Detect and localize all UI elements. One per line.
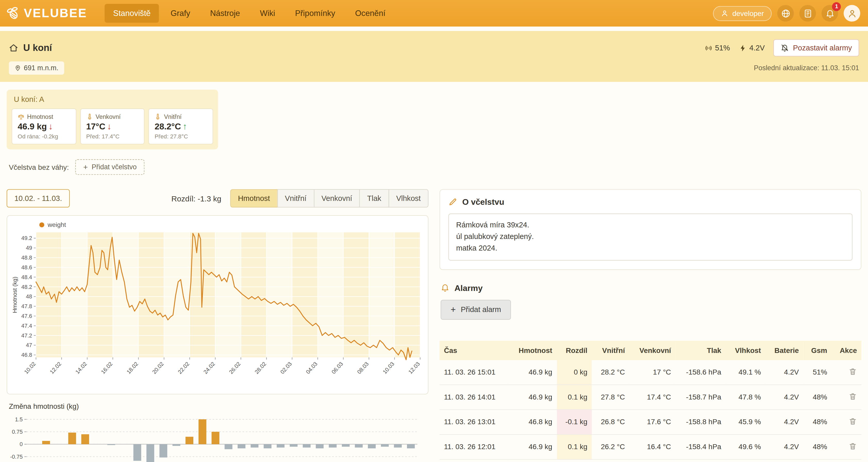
svg-text:48.6: 48.6 <box>21 264 32 271</box>
stat-value: 46.9 kg <box>18 122 47 132</box>
svg-text:02.03: 02.03 <box>279 361 293 375</box>
cell-cas: 11. 03. 26 13:01 <box>439 409 508 434</box>
tab-venkovni[interactable]: Venkovní <box>314 189 360 207</box>
no-scale-row: Včelstva bez váhy: + Přidat včelstvo <box>9 159 861 175</box>
delete-row-button[interactable] <box>849 417 857 427</box>
nav-item-nastroje[interactable]: Nástroje <box>202 4 248 23</box>
navbar-right: developer <box>713 5 860 22</box>
page-title: U koní <box>23 42 52 54</box>
cell-hmotnost: 46.9 kg <box>508 360 557 385</box>
plus-icon: + <box>451 305 456 314</box>
date-range-button[interactable]: 10.02. - 11.03. <box>7 189 70 207</box>
cell-gsm: 48% <box>803 409 832 434</box>
nav-item-wiki[interactable]: Wiki <box>252 4 283 23</box>
pause-alarms-button[interactable]: Pozastavit alarmy <box>774 39 859 57</box>
cell-akce <box>832 409 862 434</box>
add-hive-button[interactable]: + Přidat včelstvo <box>75 159 145 175</box>
about-title-row: O včelstvu <box>448 197 852 206</box>
nav-item-pripominky[interactable]: Připomínky <box>287 4 343 23</box>
bell-off-icon <box>781 44 789 52</box>
hive-stats: Hmotnost46.9 kg↓Od rána: -0.2kgVenkovní1… <box>11 108 213 144</box>
about-card: O včelstvu Rámková míra 39x24.úl palubko… <box>439 189 861 270</box>
stat-label: Venkovní <box>95 113 121 120</box>
svg-text:47.6: 47.6 <box>21 313 32 319</box>
svg-text:Hmotnost (kg): Hmotnost (kg) <box>11 276 18 313</box>
tab-hmotnost[interactable]: Hmotnost <box>230 189 278 207</box>
trend-down-arrow-icon: ↓ <box>107 122 112 131</box>
developer-badge[interactable]: developer <box>713 6 772 21</box>
nav-item-oceneni[interactable]: Ocenění <box>347 4 394 23</box>
delete-row-button[interactable] <box>849 442 857 452</box>
trash-icon <box>849 392 857 400</box>
svg-text:06.03: 06.03 <box>331 361 344 375</box>
hive-card: U koní: A Hmotnost46.9 kg↓Od rána: -0.2k… <box>7 90 218 149</box>
info-column: O včelstvu Rámková míra 39x24.úl palubko… <box>439 189 861 459</box>
cell-hmotnost: 46.8 kg <box>508 409 557 434</box>
alarm-bell-icon <box>441 284 450 292</box>
alarms-title-row: Alarmy <box>441 283 861 293</box>
stat-value-row: 46.9 kg↓ <box>18 122 70 132</box>
add-hive-label: Přidat včelstvo <box>92 163 137 171</box>
add-alarm-button[interactable]: + Přidat alarm <box>441 300 511 320</box>
svg-text:08.03: 08.03 <box>356 361 370 375</box>
nav-item-grafy[interactable]: Grafy <box>162 4 198 23</box>
weight-chart-card: weight 46.84747.247.447.647.84848.248.44… <box>7 215 429 395</box>
altitude-chip: 691 m.n.m. <box>9 62 64 75</box>
col-header-baterie: Baterie <box>765 340 803 360</box>
col-header-cas: Čas <box>439 340 508 360</box>
no-scale-label: Včelstva bez váhy: <box>9 163 69 171</box>
stat-card-hmotnost[interactable]: Hmotnost46.9 kg↓Od rána: -0.2kg <box>11 108 76 144</box>
tab-vlhkost[interactable]: Vlhkost <box>389 189 428 207</box>
cell-rozdil: 0.1 kg <box>557 434 592 459</box>
cell-baterie: 4.2V <box>765 385 803 409</box>
cell-tlak: -158.8 hPa <box>676 409 726 434</box>
svg-text:49.2: 49.2 <box>21 235 32 241</box>
voltage-metric: 4.2V <box>739 44 765 52</box>
hive-title: U koní: A <box>14 95 213 103</box>
col-header-vlhkost: Vlhkost <box>726 340 765 360</box>
svg-text:24.02: 24.02 <box>202 361 216 375</box>
about-line: Rámková míra 39x24. <box>456 220 845 231</box>
cell-vlhkost: 45.9 % <box>726 409 765 434</box>
cell-gsm: 51% <box>803 360 832 385</box>
svg-text:14.02: 14.02 <box>74 361 88 375</box>
stat-card-venkovni[interactable]: Venkovní17°C↓Před: 17.4°C <box>80 108 145 144</box>
cell-gsm: 48% <box>803 385 832 409</box>
nav-item-stanoviste[interactable]: Stanoviště <box>105 4 159 23</box>
stat-value-row: 28.2°C↑ <box>155 122 207 132</box>
tab-vnitrni[interactable]: Vnitřní <box>277 189 314 207</box>
brand[interactable]: VELUBEE <box>6 6 87 21</box>
signal-icon <box>705 44 712 52</box>
stat-value: 28.2°C <box>155 122 181 132</box>
table-row: 11. 03. 26 12:0146.9 kg0.1 kg26.2 °C16.4… <box>439 434 861 459</box>
trend-up-arrow-icon: ↑ <box>183 122 187 131</box>
delete-row-button[interactable] <box>849 392 857 402</box>
main-content: U koní: A Hmotnost46.9 kg↓Od rána: -0.2k… <box>0 90 868 462</box>
tab-tlak[interactable]: Tlak <box>359 189 389 207</box>
stat-card-vnitrni[interactable]: Vnitřní28.2°C↑Před: 27.8°C <box>149 108 213 144</box>
svg-text:48.2: 48.2 <box>21 284 32 290</box>
journal-button[interactable] <box>799 5 816 22</box>
about-line: úl palubkový zateplený. <box>456 231 845 243</box>
about-title: O včelstvu <box>462 197 504 206</box>
cell-venkovni: 16.4 °C <box>629 434 676 459</box>
trend-down-arrow-icon: ↓ <box>49 122 53 131</box>
signal-value: 51% <box>715 44 730 52</box>
about-notes[interactable]: Rámková míra 39x24.úl palubkový zateplen… <box>448 213 852 260</box>
station-header: U koní 51% <box>0 31 868 82</box>
avatar[interactable] <box>843 5 860 22</box>
bee-logo-icon <box>6 6 20 21</box>
plus-icon: + <box>83 163 88 171</box>
language-globe-button[interactable] <box>777 5 794 22</box>
svg-text:46.8: 46.8 <box>21 352 32 358</box>
legend-dot <box>39 222 44 227</box>
cell-baterie: 4.2V <box>765 360 803 385</box>
top-navbar: VELUBEE StanovištěGrafyNástrojeWikiPřipo… <box>0 0 868 27</box>
cell-tlak: -158.6 hPa <box>676 360 726 385</box>
delete-row-button[interactable] <box>849 367 857 377</box>
cell-akce <box>832 360 862 385</box>
svg-text:18.02: 18.02 <box>126 361 140 375</box>
svg-text:0.75: 0.75 <box>12 429 23 435</box>
notifications-button[interactable]: 1 <box>822 5 838 22</box>
stat-label: Hmotnost <box>27 113 53 120</box>
